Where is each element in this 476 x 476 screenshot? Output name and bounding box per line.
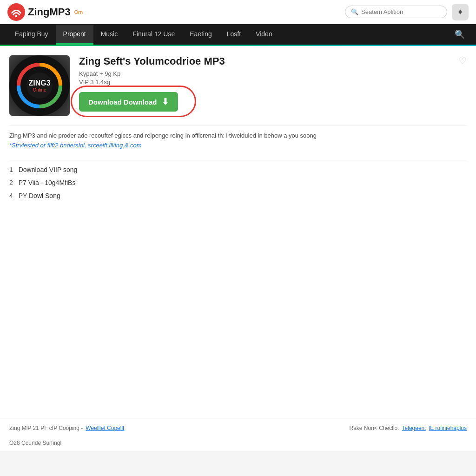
feature-text-2: P7 Viia - 10g4MfiBs — [19, 179, 76, 186]
footer-right-link1[interactable]: Telegeen: — [402, 425, 426, 431]
header-right: 🔍 ♦ — [345, 4, 469, 20]
footer-right: Rake Non< Checllo: Telegeen: lE rulinieh… — [350, 425, 467, 431]
feature-item-2: 2 P7 Viia - 10g4MfiBs — [9, 179, 467, 186]
nav-item-losft[interactable]: Losft — [219, 25, 248, 45]
footer-bottom: O28 Counde Surfingl — [0, 438, 476, 451]
album-meta2: VIP 3 1.4sg — [79, 79, 225, 86]
nav-item-eaeting[interactable]: Eaeting — [182, 25, 219, 45]
album-art-label: ZING3 — [28, 79, 50, 87]
footer: Zing MlP 21 PF cIP Cooping - Weelllet Co… — [0, 418, 476, 438]
nav-item-propent[interactable]: Propent — [56, 25, 93, 45]
feature-text-1: Download VIIP song — [19, 166, 78, 173]
search-box[interactable]: 🔍 — [345, 6, 447, 18]
logo-icon — [7, 3, 25, 21]
feature-text-3: PY Dowl Song — [19, 192, 60, 199]
logo-area: ZingMP3 Orn — [7, 3, 83, 21]
nav-item-music[interactable]: Music — [93, 25, 126, 45]
footer-left-text: Zing MlP 21 PF cIP Cooping - — [9, 425, 83, 431]
download-button[interactable]: Download Download ⬇ — [79, 92, 178, 112]
main-content: ZING3 Online Zing Seft's Yolumcodrioe MP… — [0, 46, 476, 418]
download-label: Download Download — [88, 98, 157, 106]
footer-bottom-text: O28 Counde Surfingl — [9, 440, 61, 446]
album-art-sub: Online — [33, 87, 46, 93]
nav-item-video[interactable]: Video — [248, 25, 280, 45]
heart-icon[interactable]: ♡ — [458, 55, 467, 66]
main-nav: Eaping Buy Propent Music Finural 12 Use … — [0, 24, 476, 45]
footer-link[interactable]: Weelllet Copellt — [86, 425, 124, 431]
album-meta1: Kypaàt + 9g Kp — [79, 70, 225, 77]
download-area: Download Download ⬇ — [79, 92, 178, 112]
nav-item-finural[interactable]: Finural 12 Use — [125, 25, 182, 45]
feature-item-1: 1 Download VIIP song — [9, 166, 467, 173]
logo-sub: Orn — [74, 9, 83, 15]
description-text: Zing MP3 and nie proder ade recouftef eg… — [9, 132, 317, 139]
album-info: Zing Seft's Yolumcodrioe MP3 Kypaàt + 9g… — [79, 55, 467, 112]
album-art: ZING3 Online — [9, 55, 70, 116]
features-section: 1 Download VIIP song 2 P7 Viia - 10g4Mfi… — [9, 160, 467, 199]
feature-num-2: 2 — [9, 179, 13, 186]
logo-text: ZingMP3 — [28, 6, 71, 18]
feature-num-1: 1 — [9, 166, 13, 173]
profile-icon: ♦ — [458, 7, 462, 17]
footer-left: Zing MlP 21 PF cIP Cooping - Weelllet Co… — [9, 425, 124, 431]
feature-item-3: 4 PY Dowl Song — [9, 192, 467, 199]
footer-right-prefix: Rake Non< Checllo: — [350, 425, 399, 431]
description-section: Zing MP3 and nie proder ade recouftef eg… — [9, 125, 467, 151]
nav-item-eaping-buy[interactable]: Eaping Buy — [7, 25, 56, 45]
album-title: Zing Seft's Yolumcodrioe MP3 — [79, 55, 225, 67]
svg-point-1 — [15, 15, 18, 17]
album-section: ZING3 Online Zing Seft's Yolumcodrioe MP… — [9, 55, 467, 116]
download-arrow-icon: ⬇ — [162, 97, 169, 107]
nav-search-icon[interactable]: 🔍 — [451, 26, 469, 43]
search-icon: 🔍 — [351, 8, 358, 15]
profile-button[interactable]: ♦ — [452, 4, 469, 20]
search-input[interactable] — [361, 8, 441, 15]
feature-num-3: 4 — [9, 192, 13, 199]
description-link[interactable]: *Strvlested or filf/2.bndersloi, srceeif… — [9, 142, 142, 149]
footer-right-link2[interactable]: lE ruliniehaplus — [429, 425, 467, 431]
header: ZingMP3 Orn 🔍 ♦ — [0, 0, 476, 24]
